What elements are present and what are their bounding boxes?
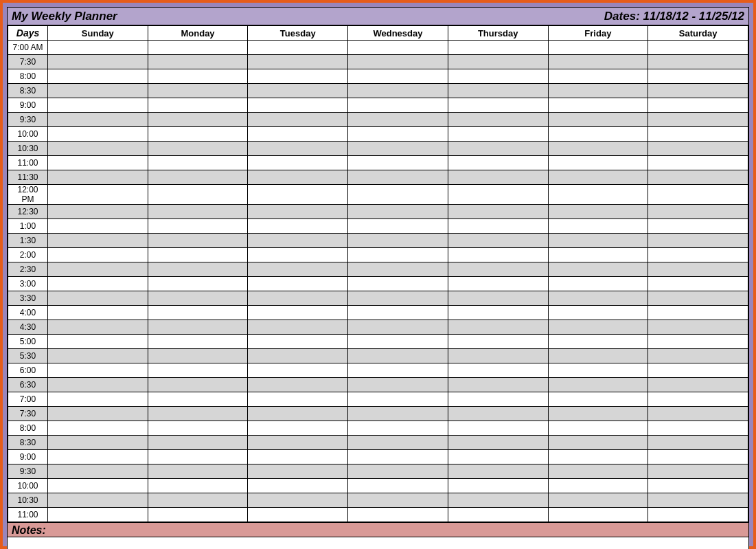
planner-cell[interactable] [348,392,448,407]
planner-cell[interactable] [348,205,448,219]
planner-cell[interactable] [648,291,748,306]
planner-cell[interactable] [548,306,648,320]
planner-cell[interactable] [548,41,648,55]
planner-cell[interactable] [348,84,448,98]
planner-cell[interactable] [48,306,148,320]
planner-cell[interactable] [348,55,448,69]
planner-cell[interactable] [648,55,748,69]
planner-cell[interactable] [48,277,148,291]
planner-cell[interactable] [348,262,448,277]
planner-cell[interactable] [548,142,648,156]
planner-cell[interactable] [648,392,748,407]
planner-cell[interactable] [448,363,548,378]
planner-cell[interactable] [548,392,648,407]
planner-cell[interactable] [548,349,648,363]
planner-cell[interactable] [148,84,248,98]
planner-cell[interactable] [48,407,148,421]
planner-cell[interactable] [648,69,748,84]
planner-cell[interactable] [248,508,348,522]
planner-cell[interactable] [548,277,648,291]
planner-cell[interactable] [648,277,748,291]
planner-cell[interactable] [148,277,248,291]
planner-cell[interactable] [148,98,248,113]
planner-cell[interactable] [48,349,148,363]
planner-cell[interactable] [448,479,548,493]
planner-cell[interactable] [248,421,348,436]
planner-cell[interactable] [248,378,348,392]
planner-cell[interactable] [348,113,448,127]
planner-cell[interactable] [248,277,348,291]
planner-cell[interactable] [48,84,148,98]
planner-cell[interactable] [48,363,148,378]
planner-cell[interactable] [348,320,448,335]
planner-cell[interactable] [248,41,348,55]
planner-cell[interactable] [148,363,248,378]
planner-cell[interactable] [348,378,448,392]
planner-cell[interactable] [148,248,248,262]
planner-cell[interactable] [448,69,548,84]
planner-cell[interactable] [148,392,248,407]
planner-cell[interactable] [448,291,548,306]
planner-cell[interactable] [148,407,248,421]
planner-cell[interactable] [348,248,448,262]
planner-cell[interactable] [348,493,448,508]
planner-cell[interactable] [648,262,748,277]
planner-cell[interactable] [248,436,348,450]
planner-cell[interactable] [248,291,348,306]
planner-cell[interactable] [248,335,348,349]
planner-cell[interactable] [248,493,348,508]
planner-cell[interactable] [248,69,348,84]
planner-cell[interactable] [448,113,548,127]
planner-cell[interactable] [448,392,548,407]
planner-cell[interactable] [148,205,248,219]
planner-cell[interactable] [48,450,148,464]
planner-cell[interactable] [48,234,148,248]
planner-cell[interactable] [248,55,348,69]
planner-cell[interactable] [448,508,548,522]
planner-cell[interactable] [648,407,748,421]
planner-cell[interactable] [548,363,648,378]
planner-cell[interactable] [348,306,448,320]
planner-cell[interactable] [648,306,748,320]
planner-cell[interactable] [448,464,548,479]
planner-cell[interactable] [248,450,348,464]
planner-cell[interactable] [148,335,248,349]
planner-cell[interactable] [648,421,748,436]
planner-cell[interactable] [48,55,148,69]
planner-cell[interactable] [48,291,148,306]
planner-cell[interactable] [148,185,248,205]
planner-cell[interactable] [548,479,648,493]
planner-cell[interactable] [548,69,648,84]
planner-cell[interactable] [48,156,148,170]
planner-cell[interactable] [548,320,648,335]
planner-cell[interactable] [448,127,548,142]
planner-cell[interactable] [148,349,248,363]
planner-cell[interactable] [248,142,348,156]
planner-cell[interactable] [648,378,748,392]
planner-cell[interactable] [148,378,248,392]
planner-cell[interactable] [48,262,148,277]
planner-cell[interactable] [248,262,348,277]
planner-cell[interactable] [248,306,348,320]
planner-cell[interactable] [548,205,648,219]
planner-cell[interactable] [248,349,348,363]
planner-cell[interactable] [548,84,648,98]
planner-cell[interactable] [48,113,148,127]
planner-cell[interactable] [48,127,148,142]
planner-cell[interactable] [348,69,448,84]
planner-cell[interactable] [48,69,148,84]
planner-cell[interactable] [448,142,548,156]
planner-cell[interactable] [548,450,648,464]
planner-cell[interactable] [148,306,248,320]
planner-cell[interactable] [648,98,748,113]
planner-cell[interactable] [448,378,548,392]
planner-cell[interactable] [548,113,648,127]
planner-cell[interactable] [548,156,648,170]
planner-cell[interactable] [48,508,148,522]
planner-cell[interactable] [148,262,248,277]
planner-cell[interactable] [148,156,248,170]
planner-cell[interactable] [448,248,548,262]
planner-cell[interactable] [348,219,448,234]
planner-cell[interactable] [548,493,648,508]
planner-cell[interactable] [448,450,548,464]
